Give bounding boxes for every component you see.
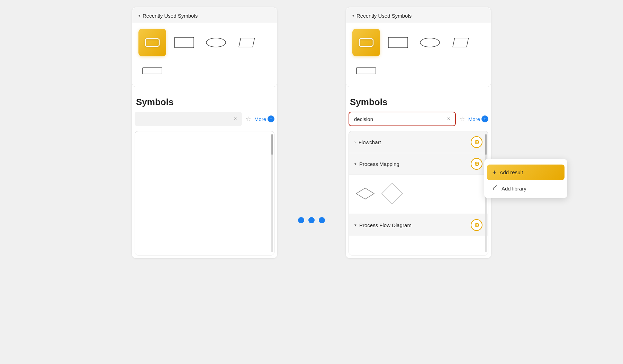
dot-1 bbox=[298, 217, 304, 223]
symbol-parallelogram-right[interactable] bbox=[448, 29, 476, 56]
add-library-label: Add library bbox=[502, 186, 526, 192]
symbol-rect-left[interactable] bbox=[170, 29, 198, 56]
more-plus-left[interactable]: + bbox=[268, 115, 274, 122]
svg-rect-5 bbox=[359, 39, 373, 46]
more-label-left: More bbox=[254, 116, 266, 122]
process-mapping-add-icon: ⊕ bbox=[474, 160, 479, 168]
svg-marker-8 bbox=[453, 38, 469, 47]
symbol-rounded-rect-active-left[interactable] bbox=[138, 29, 166, 56]
flowchart-add-button[interactable]: ⊕ bbox=[471, 136, 482, 148]
process-flow-label: Process Flow Diagram bbox=[359, 222, 471, 228]
symbol-rounded-rect-active-right[interactable] bbox=[352, 29, 380, 56]
process-mapping-chevron: ▾ bbox=[354, 162, 356, 166]
process-mapping-section: ▾ Process Mapping ⊕ bbox=[349, 153, 488, 214]
search-clear-right[interactable]: × bbox=[447, 116, 450, 122]
dropdown-popup: + Add result Add library bbox=[484, 159, 567, 198]
scrollbar-left[interactable] bbox=[271, 134, 273, 252]
add-result-button[interactable]: + Add result bbox=[487, 165, 565, 180]
search-box-right[interactable]: × bbox=[349, 112, 456, 126]
symbol-small-rect-right[interactable] bbox=[352, 60, 380, 81]
search-star-right[interactable]: ☆ bbox=[459, 115, 465, 123]
search-input-left[interactable] bbox=[139, 116, 231, 122]
process-flow-add-icon: ⊕ bbox=[474, 221, 479, 229]
symbol-ellipse-right[interactable] bbox=[416, 29, 444, 56]
add-result-icon: + bbox=[493, 169, 496, 176]
chevron-icon-left: ▾ bbox=[138, 13, 141, 18]
category-row-process-flow[interactable]: ▾ Process Flow Diagram ⊕ bbox=[349, 214, 488, 236]
more-button-right[interactable]: More + bbox=[468, 115, 488, 122]
symbol-rect-right[interactable] bbox=[384, 29, 412, 56]
symbol-list-left bbox=[135, 131, 274, 255]
symbol-ellipse-left[interactable] bbox=[202, 29, 230, 56]
svg-marker-3 bbox=[239, 38, 255, 47]
symbols-section-right: Symbols × ☆ More + › Flowchart ⊕ bbox=[346, 95, 491, 258]
svg-marker-11 bbox=[382, 183, 403, 204]
search-clear-left[interactable]: × bbox=[234, 116, 237, 122]
symbol-small-rect-left[interactable] bbox=[138, 60, 166, 81]
recently-used-grid-left bbox=[132, 23, 277, 87]
scrollbar-thumb-left bbox=[271, 134, 273, 155]
recently-used-header-right[interactable]: ▾ Recently Used Symbols bbox=[346, 7, 491, 23]
search-row-left: × ☆ More + bbox=[135, 112, 274, 126]
symbol-list-right: › Flowchart ⊕ ▾ Process Mapping ⊕ bbox=[349, 131, 488, 255]
search-star-left[interactable]: ☆ bbox=[245, 115, 251, 123]
dot-3 bbox=[319, 217, 325, 223]
right-panel: ▾ Recently Used Symbols bbox=[346, 7, 491, 258]
svg-point-2 bbox=[206, 38, 226, 47]
more-label-right: More bbox=[468, 116, 480, 122]
search-row-right: × ☆ More + bbox=[349, 112, 488, 126]
more-plus-right[interactable]: + bbox=[481, 115, 488, 122]
diamond-small[interactable] bbox=[356, 187, 375, 201]
recently-used-section-right: ▾ Recently Used Symbols bbox=[346, 7, 491, 87]
diamond-large[interactable] bbox=[380, 182, 404, 207]
svg-point-7 bbox=[420, 38, 440, 47]
svg-rect-6 bbox=[388, 37, 408, 48]
dot-2 bbox=[308, 217, 315, 223]
dot-group bbox=[298, 217, 325, 223]
process-mapping-label: Process Mapping bbox=[359, 161, 471, 167]
scrollbar-thumb-right bbox=[485, 134, 487, 155]
search-input-right[interactable] bbox=[354, 116, 444, 122]
svg-rect-1 bbox=[174, 37, 194, 48]
recently-used-section-left: ▾ Recently Used Symbols bbox=[132, 7, 277, 87]
flowchart-add-icon: ⊕ bbox=[474, 138, 479, 146]
svg-rect-0 bbox=[145, 39, 159, 46]
category-row-process-mapping[interactable]: ▾ Process Mapping ⊕ bbox=[349, 153, 488, 175]
process-flow-chevron: ▾ bbox=[354, 223, 356, 227]
svg-rect-4 bbox=[143, 68, 162, 74]
search-box-left[interactable]: × bbox=[135, 112, 242, 126]
recently-used-header-left[interactable]: ▾ Recently Used Symbols bbox=[132, 7, 277, 23]
add-library-button[interactable]: Add library bbox=[487, 181, 565, 195]
left-panel: ▾ Recently Used Symbols bbox=[132, 7, 277, 258]
recently-used-label-left: Recently Used Symbols bbox=[143, 13, 198, 19]
chevron-icon-right: ▾ bbox=[352, 13, 354, 18]
more-button-left[interactable]: More + bbox=[254, 115, 274, 122]
symbols-section-left: Symbols × ☆ More + bbox=[132, 95, 277, 258]
process-shapes bbox=[349, 175, 488, 214]
process-mapping-add-button[interactable]: ⊕ bbox=[471, 158, 482, 170]
svg-marker-10 bbox=[356, 188, 374, 199]
center-divider bbox=[298, 217, 325, 223]
flowchart-label: Flowchart bbox=[359, 139, 471, 145]
symbol-parallelogram-left[interactable] bbox=[234, 29, 262, 56]
symbols-title-left: Symbols bbox=[135, 97, 274, 108]
add-result-label: Add result bbox=[500, 169, 523, 175]
add-library-icon bbox=[493, 185, 498, 192]
flowchart-chevron: › bbox=[354, 140, 356, 144]
category-row-flowchart[interactable]: › Flowchart ⊕ bbox=[349, 131, 488, 153]
symbols-title-right: Symbols bbox=[349, 97, 488, 108]
svg-rect-9 bbox=[356, 68, 376, 74]
recently-used-grid-right bbox=[346, 23, 491, 87]
process-flow-add-button[interactable]: ⊕ bbox=[471, 219, 482, 231]
recently-used-label-right: Recently Used Symbols bbox=[356, 13, 412, 19]
